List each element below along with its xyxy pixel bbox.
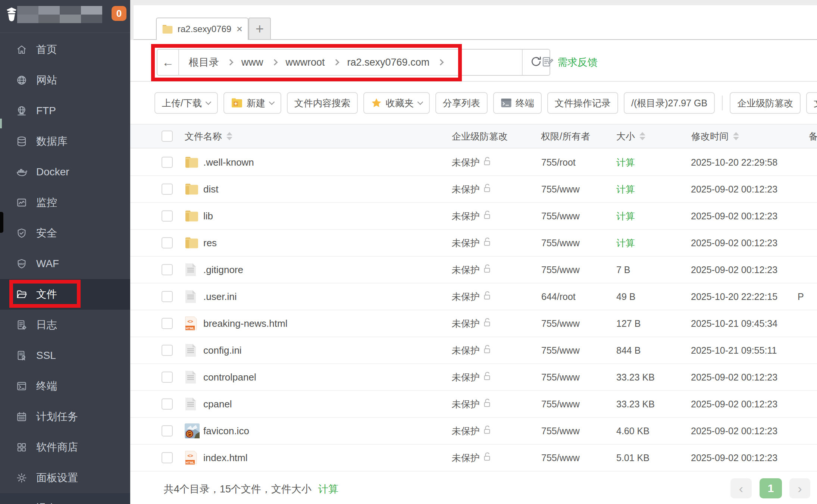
file-name[interactable]: .user.ini [203, 291, 237, 303]
row-checkbox[interactable] [162, 210, 173, 222]
sidebar-item-ftp[interactable]: FTP [0, 96, 130, 126]
protection-status[interactable]: 未保护 [452, 237, 492, 249]
row-checkbox[interactable] [162, 157, 173, 168]
select-all-checkbox[interactable] [162, 131, 173, 142]
protection-status[interactable]: 未保护 [452, 291, 492, 303]
row-checkbox[interactable] [162, 345, 173, 356]
tab-close-icon[interactable]: × [237, 24, 242, 34]
sort-arrows-icon[interactable] [639, 132, 645, 140]
toolbar-button-6[interactable]: 文件操作记录 [547, 92, 618, 114]
file-name[interactable]: .gitignore [203, 264, 243, 276]
protection-status[interactable]: 未保护 [452, 317, 492, 330]
toolbar-button-1[interactable]: 新建 [223, 92, 281, 114]
row-checkbox[interactable] [162, 425, 173, 436]
file-name[interactable]: cpanel [203, 398, 232, 410]
table-row[interactable]: cpanel 未保护 755/www 33.23 KB 2025-09-02 0… [130, 391, 817, 418]
file-name[interactable]: dist [203, 184, 218, 195]
table-row[interactable]: controlpanel 未保护 755/www 33.23 KB 2025-0… [130, 364, 817, 391]
sidebar-item-ssl[interactable]: SSL [0, 340, 130, 371]
notification-badge[interactable]: 0 [112, 6, 126, 21]
toolbar-button-5[interactable]: 终端 [493, 92, 542, 114]
pagination-next-button[interactable]: › [789, 478, 810, 498]
file-name[interactable]: favicon.ico [203, 425, 249, 437]
breadcrumb-segment-0[interactable]: 根目录 [189, 56, 219, 69]
sidebar-item-cron[interactable]: 计划任务 [0, 401, 130, 432]
back-button[interactable]: ← [157, 50, 179, 75]
path-input-area[interactable] [452, 50, 522, 75]
compute-size-link[interactable]: 计算 [616, 156, 635, 169]
compute-size-link[interactable]: 计算 [318, 482, 338, 496]
sidebar-item-sites[interactable]: 网站 [0, 65, 130, 96]
toolbar-button-2[interactable]: 文件内容搜索 [287, 92, 358, 114]
table-row[interactable]: .gitignore 未保护 755/www 7 B 2025-09-02 00… [130, 257, 817, 284]
sidebar-item-logs[interactable]: 日志 [0, 310, 130, 340]
compute-size-link[interactable]: 计算 [616, 183, 635, 195]
breadcrumb-segment-3[interactable]: ra2.sexy0769.com [347, 57, 430, 68]
file-name[interactable]: config.ini [203, 345, 242, 356]
protection-status[interactable]: 未保护 [452, 210, 492, 222]
table-row[interactable]: <>HTML breaking-news.html 未保护 755/www 12… [130, 310, 817, 337]
pagination-current-page[interactable]: 1 [760, 478, 782, 498]
table-row[interactable]: config.ini 未保护 755/www 844 B 2025-10-21 … [130, 337, 817, 364]
sidebar-item-database[interactable]: 数据库 [0, 126, 130, 157]
pagination-prev-button[interactable]: ‹ [730, 478, 752, 498]
sidebar-item-security[interactable]: 安全 [0, 218, 130, 248]
table-row[interactable]: lib 未保护 755/www 计算 2025-09-02 00:12:23 [130, 203, 817, 230]
row-checkbox[interactable] [162, 372, 173, 383]
table-row[interactable]: .user.ini 未保护 644/root 49 B 2025-10-20 2… [130, 284, 817, 310]
sidebar-item-terminal[interactable]: 终端 [0, 371, 130, 401]
row-checkbox[interactable] [162, 452, 173, 463]
sidebar-item-monitor[interactable]: 监控 [0, 187, 130, 218]
feedback-link[interactable]: 需求反馈 [542, 53, 598, 72]
toolbar-button-7[interactable]: /(根目录)27.97 GB [624, 92, 715, 114]
toolbar-button-0[interactable]: 上传/下载 [154, 92, 218, 114]
column-header-modified-time[interactable]: 修改时间 [691, 125, 739, 148]
sidebar-item-home[interactable]: 首页 [0, 34, 130, 65]
row-checkbox[interactable] [162, 237, 173, 248]
file-name[interactable]: res [203, 237, 217, 249]
new-tab-button[interactable]: + [248, 18, 271, 39]
file-name[interactable]: controlpanel [203, 372, 256, 383]
table-row[interactable]: res 未保护 755/www 计算 2025-09-02 00:12:23 [130, 230, 817, 257]
compute-size-link[interactable]: 计算 [616, 210, 635, 222]
protection-status[interactable]: 未保护 [452, 425, 492, 437]
sidebar-item-settings[interactable]: 面板设置 [0, 463, 130, 493]
protection-status[interactable]: 未保护 [452, 344, 492, 357]
protection-status[interactable]: 未保护 [452, 156, 492, 169]
file-name[interactable]: index.html [203, 452, 248, 464]
breadcrumb-segment-2[interactable]: wwwroot [286, 57, 325, 68]
row-checkbox[interactable] [162, 291, 173, 302]
sidebar-item-logout[interactable]: 退出 [0, 493, 130, 504]
breadcrumb-segment-1[interactable]: www [241, 57, 263, 68]
toolbar-button-4[interactable]: 分享列表 [435, 92, 488, 114]
file-name[interactable]: lib [203, 210, 213, 222]
sort-arrows-icon[interactable] [733, 132, 739, 140]
toolbar-button-3[interactable]: 收藏夹 [363, 92, 430, 114]
table-row[interactable]: dist 未保护 755/www 计算 2025-09-02 00:12:23 [130, 176, 817, 203]
row-checkbox[interactable] [162, 264, 173, 275]
protection-status[interactable]: 未保护 [452, 183, 492, 195]
file-name[interactable]: breaking-news.html [203, 318, 287, 329]
tab-current-directory[interactable]: ra2.sexy0769.c... × [156, 18, 248, 40]
sort-arrows-icon[interactable] [226, 132, 232, 140]
table-row[interactable]: favicon.ico 未保护 755/www 4.60 KB 2025-09-… [130, 418, 817, 445]
toolbar-button-10[interactable]: 文件同步 [806, 92, 817, 114]
toolbar-button-9[interactable]: 企业级防篡改 [730, 92, 801, 114]
protection-status[interactable]: 未保护 [452, 452, 492, 464]
row-checkbox[interactable] [162, 318, 173, 329]
table-row[interactable]: <>HTML index.html 未保护 755/www 5.01 KB 20… [130, 445, 817, 472]
sidebar-item-appstore[interactable]: 软件商店 [0, 432, 130, 463]
row-checkbox[interactable] [162, 398, 173, 410]
protection-status[interactable]: 未保护 [452, 371, 492, 384]
table-row[interactable]: .well-known 未保护 755/root 计算 2025-10-20 2… [130, 149, 817, 176]
file-name[interactable]: .well-known [203, 157, 254, 168]
sidebar-item-docker[interactable]: Docker [0, 157, 130, 187]
column-header-size[interactable]: 大小 [616, 125, 645, 148]
protection-status[interactable]: 未保护 [452, 264, 492, 276]
compute-size-link[interactable]: 计算 [616, 237, 635, 249]
column-header-filename[interactable]: 文件名称 [185, 125, 232, 148]
row-checkbox[interactable] [162, 184, 173, 195]
sidebar-item-waf[interactable]: WAF WAF [0, 248, 130, 279]
protection-status[interactable]: 未保护 [452, 398, 492, 410]
sidebar-item-files[interactable]: 文件 [0, 279, 130, 310]
